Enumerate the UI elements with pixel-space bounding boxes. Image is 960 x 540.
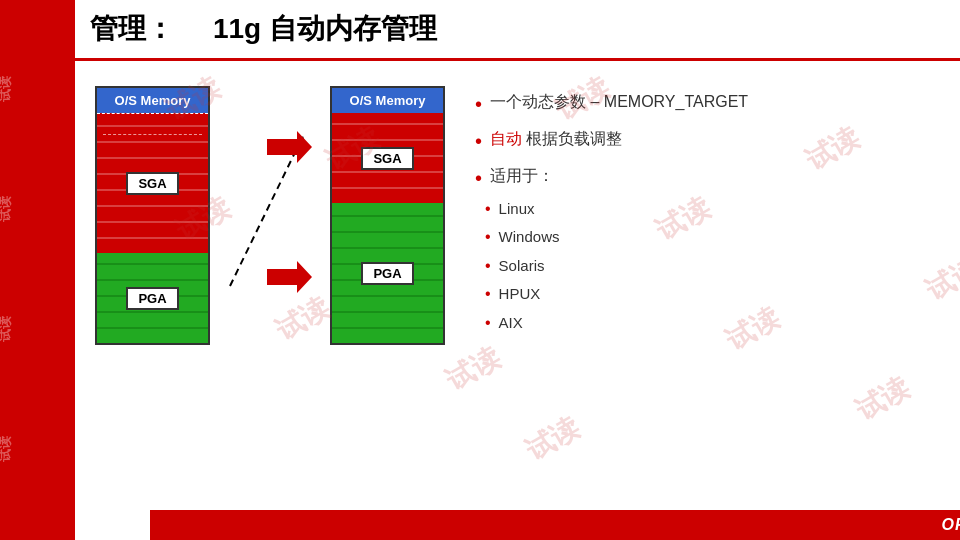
bullet-dot-3: • xyxy=(475,164,482,192)
left-os-header: O/S Memory xyxy=(97,88,208,113)
bullet-dot-2: • xyxy=(475,127,482,155)
right-os-header: O/S Memory xyxy=(332,88,443,113)
watermark-left-1: 试读 xyxy=(0,76,14,102)
right-pga-section: PGA xyxy=(332,203,443,343)
bullet-item-1: • 一个动态参数 – MEMORY_TARGET xyxy=(475,91,940,118)
sga-arrow xyxy=(267,131,312,167)
sub-dot-windows: • xyxy=(485,226,491,248)
bottom-oracle-bar: ORACLE xyxy=(150,510,960,540)
left-sga-label: SGA xyxy=(126,172,178,195)
left-pga-section: PGA xyxy=(97,253,208,343)
sub-text-linux: Linux xyxy=(499,198,535,219)
title-main: 11g 自动内存管理 xyxy=(213,13,437,44)
memory-diagrams: O/S Memory SGA PGA xyxy=(95,86,445,345)
left-pga-label: PGA xyxy=(126,287,178,310)
title-bar: 管理： 11g 自动内存管理 xyxy=(75,0,960,61)
content-area: O/S Memory SGA PGA xyxy=(75,61,960,360)
pga-arrow xyxy=(267,261,312,297)
left-sga-section: SGA xyxy=(97,113,208,253)
svg-marker-2 xyxy=(267,131,312,163)
right-pga-label: PGA xyxy=(361,262,413,285)
sub-bullet-solaris: • Solaris xyxy=(485,255,559,277)
sub-bullet-linux: • Linux xyxy=(485,198,559,220)
svg-marker-3 xyxy=(267,261,312,293)
sub-dot-solaris: • xyxy=(485,255,491,277)
sub-dot-linux: • xyxy=(485,198,491,220)
sub-bullet-hpux: • HPUX xyxy=(485,283,559,305)
right-sga-label: SGA xyxy=(361,147,413,170)
auto-text: 自动 xyxy=(490,130,522,147)
bullet-text-1: 一个动态参数 – MEMORY_TARGET xyxy=(490,91,748,113)
bullet-item-3: • 适用于： • Linux • Windows • Solaris xyxy=(475,165,940,340)
bullet-points-section: • 一个动态参数 – MEMORY_TARGET • 自动 根据负载调整 • 适… xyxy=(475,86,940,350)
title-prefix: 管理： xyxy=(90,13,174,44)
sub-dot-hpux: • xyxy=(485,283,491,305)
watermark-left-3: 试读 xyxy=(0,316,14,342)
right-sga-section: SGA xyxy=(332,113,443,203)
right-memory-box: O/S Memory SGA PGA xyxy=(330,86,445,345)
sub-text-windows: Windows xyxy=(499,226,560,247)
sub-dot-aix: • xyxy=(485,312,491,334)
oracle-logo: ORACLE xyxy=(941,516,960,534)
watermark-12: 试读 xyxy=(519,409,586,470)
sub-bullets: • Linux • Windows • Solaris • HPUX xyxy=(485,198,559,340)
watermark-left-4: 试读 xyxy=(0,436,14,462)
watermark-10: 试读 xyxy=(849,369,916,430)
page-title: 管理： 11g 自动内存管理 xyxy=(90,10,437,48)
sub-text-solaris: Solaris xyxy=(499,255,545,276)
bullet-item-2: • 自动 根据负载调整 xyxy=(475,128,940,155)
sub-text-aix: AIX xyxy=(499,312,523,333)
bullet-dot-1: • xyxy=(475,90,482,118)
left-memory-box: O/S Memory SGA PGA xyxy=(95,86,210,345)
main-content: 管理： 11g 自动内存管理 试读 试读 试读 试读 试读 试读 试读 试读 试… xyxy=(75,0,960,540)
bullet-text-3: 适用于： xyxy=(490,165,554,187)
sub-bullet-windows: • Windows xyxy=(485,226,559,248)
sub-text-hpux: HPUX xyxy=(499,283,541,304)
sub-bullet-aix: • AIX xyxy=(485,312,559,334)
watermark-left-2: 试读 xyxy=(0,196,14,222)
left-red-bar: 试读 试读 试读 试读 xyxy=(0,0,75,540)
bullet-text-2: 自动 根据负载调整 xyxy=(490,128,622,150)
